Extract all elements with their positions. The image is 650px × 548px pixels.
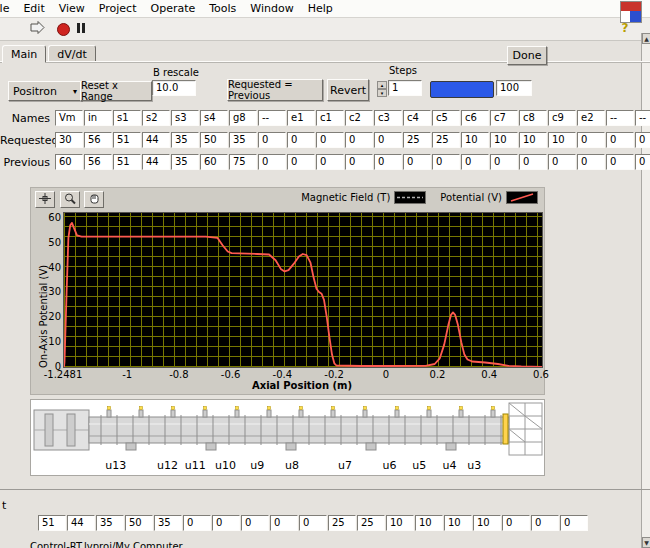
menu-item-help[interactable]: Help	[301, 1, 340, 16]
toolbar	[0, 18, 650, 41]
revert-button[interactable]: Revert	[327, 79, 369, 101]
names-cell[interactable]: c7	[490, 110, 518, 126]
requested-cell[interactable]: 44	[142, 132, 170, 148]
clipped-requested-cell[interactable]: 25	[328, 515, 356, 531]
menu-item-window[interactable]: Window	[243, 1, 300, 16]
tab-main[interactable]: Main	[2, 45, 46, 63]
names-cell[interactable]: --	[258, 110, 286, 126]
names-cell[interactable]: in	[84, 110, 112, 126]
requested-cell[interactable]: 0	[635, 132, 650, 148]
names-cell[interactable]: s4	[200, 110, 228, 126]
names-cell[interactable]: c1	[316, 110, 344, 126]
requested-cell[interactable]: 25	[403, 132, 431, 148]
clipped-requested-cell[interactable]: 44	[67, 515, 95, 531]
previous-cell: 56	[84, 154, 112, 170]
menu-item-project[interactable]: Project	[92, 1, 144, 16]
requested-cell[interactable]: 56	[84, 132, 112, 148]
requested-cell[interactable]: 0	[374, 132, 402, 148]
names-cell[interactable]: s3	[171, 110, 199, 126]
requested-cell[interactable]: 30	[55, 132, 83, 148]
names-cell[interactable]: --	[606, 110, 634, 126]
clipped-requested-cell[interactable]: 35	[96, 515, 124, 531]
spin-down-icon[interactable]: ▾	[377, 89, 387, 97]
cursor-tool-icon[interactable]	[35, 191, 55, 208]
names-cell[interactable]: c5	[432, 110, 460, 126]
spin-up-icon[interactable]: ▴	[377, 81, 387, 89]
clipped-requested-cell[interactable]: 0	[183, 515, 211, 531]
names-cell[interactable]: Vm	[55, 110, 83, 126]
names-cell[interactable]: s2	[142, 110, 170, 126]
names-cell[interactable]: c9	[548, 110, 576, 126]
requested-cell[interactable]: 35	[229, 132, 257, 148]
menu-item-operate[interactable]: Operate	[143, 1, 202, 16]
clipped-requested-cell[interactable]: 0	[531, 515, 559, 531]
run-button[interactable]	[28, 21, 46, 37]
clipped-requested-cell[interactable]: 10	[473, 515, 501, 531]
clipped-requested-cell[interactable]: 0	[502, 515, 530, 531]
clipped-requested-cell[interactable]: 0	[241, 515, 269, 531]
clipped-requested-cell[interactable]: 50	[125, 515, 153, 531]
requested-cell[interactable]: 10	[548, 132, 576, 148]
plot-area[interactable]	[63, 212, 543, 368]
zoom-tool-icon[interactable]	[60, 191, 80, 208]
requested-cell[interactable]: 35	[171, 132, 199, 148]
abort-button[interactable]	[54, 21, 72, 37]
names-cell[interactable]: --	[635, 110, 650, 126]
names-cell[interactable]: c4	[403, 110, 431, 126]
names-cell[interactable]: e2	[577, 110, 605, 126]
names-cell[interactable]: s1	[113, 110, 141, 126]
previous-cell: 0	[258, 154, 286, 170]
scroll-down-button[interactable]: ▼	[642, 537, 650, 548]
steps-max-input[interactable]: 100	[496, 80, 532, 96]
names-cell[interactable]: c3	[374, 110, 402, 126]
clipped-requested-cell[interactable]: 0	[299, 515, 327, 531]
legend-item-potential-v[interactable]: Potential (V)	[440, 191, 538, 204]
requested-cell[interactable]: 0	[345, 132, 373, 148]
pan-hand-tool-icon[interactable]	[84, 191, 104, 208]
requested-cell[interactable]: 0	[316, 132, 344, 148]
b-rescale-input[interactable]: 10.0	[152, 80, 196, 96]
table-row-names: NamesVmins1s2s3s4g8--e1c1c2c3c4c5c6c7c8c…	[0, 110, 650, 128]
clipped-requested-cell[interactable]: 25	[357, 515, 385, 531]
done-button[interactable]: Done	[507, 46, 547, 65]
names-cell[interactable]: c6	[461, 110, 489, 126]
requested-cell[interactable]: 0	[606, 132, 634, 148]
pause-button[interactable]	[72, 21, 90, 37]
clipped-values-row: 514435503500000252510101010000	[38, 515, 589, 531]
requested-cell[interactable]: 0	[577, 132, 605, 148]
clipped-requested-cell[interactable]: 0	[212, 515, 240, 531]
names-cell[interactable]: e1	[287, 110, 315, 126]
clipped-requested-cell[interactable]: 0	[270, 515, 298, 531]
clipped-requested-cell[interactable]: 10	[415, 515, 443, 531]
legend-swatch-icon	[394, 191, 426, 204]
names-cell[interactable]: g8	[229, 110, 257, 126]
menu-item-tools[interactable]: Tools	[202, 1, 243, 16]
requested-cell[interactable]: 10	[461, 132, 489, 148]
scroll-up-button[interactable]: ▲	[642, 33, 650, 44]
requested-cell[interactable]: 10	[490, 132, 518, 148]
menu-item-edit[interactable]: Edit	[16, 1, 51, 16]
legend-item-magnetic-field-t[interactable]: Magnetic Field (T)	[301, 191, 426, 204]
steps-progress-bar[interactable]	[430, 81, 494, 98]
clipped-requested-cell[interactable]: 35	[154, 515, 182, 531]
clipped-requested-cell[interactable]: 51	[38, 515, 66, 531]
names-cell[interactable]: c2	[345, 110, 373, 126]
names-cell[interactable]: c8	[519, 110, 547, 126]
requested-cell[interactable]: 51	[113, 132, 141, 148]
requested-cell[interactable]: 0	[287, 132, 315, 148]
requested-cell[interactable]: 50	[200, 132, 228, 148]
requested-cell[interactable]: 0	[258, 132, 286, 148]
clipped-requested-cell[interactable]: 10	[386, 515, 414, 531]
steps-input[interactable]: 1	[388, 80, 422, 96]
requested-cell[interactable]: 25	[432, 132, 460, 148]
requested-cell[interactable]: 10	[519, 132, 547, 148]
clipped-requested-cell[interactable]: 0	[560, 515, 588, 531]
previous-cell: 0	[432, 154, 460, 170]
menu-item-file[interactable]: File	[0, 1, 16, 16]
menu-item-view[interactable]: View	[52, 1, 92, 16]
particle-select-ring[interactable]: Positron ▾	[8, 81, 82, 101]
context-help-icon[interactable]: ?	[618, 21, 632, 35]
reset-x-range-button[interactable]: Reset x Range	[80, 81, 152, 101]
requested-equals-previous-button[interactable]: Requested = Previous	[227, 79, 323, 101]
clipped-requested-cell[interactable]: 10	[444, 515, 472, 531]
